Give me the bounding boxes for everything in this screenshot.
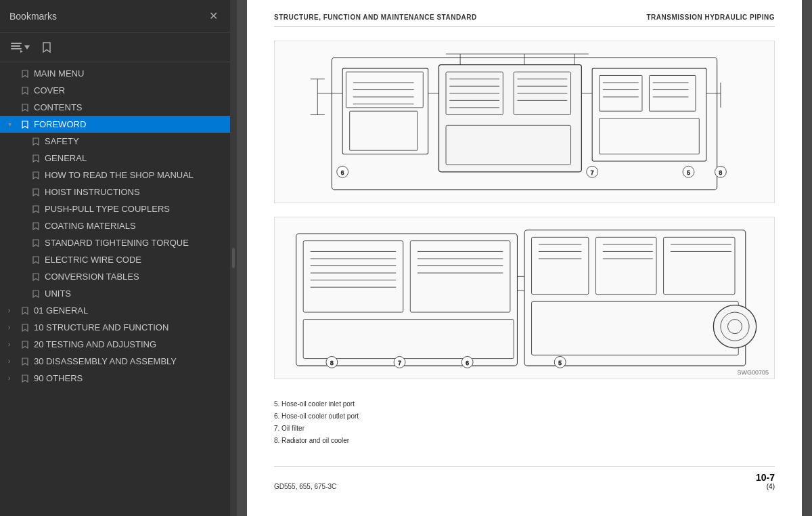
bookmark-icon xyxy=(20,341,30,349)
bookmark-label: GENERAL xyxy=(45,153,225,163)
bookmark-list: MAIN MENUCOVERCONTENTS▾FOREWORDSAFETYGEN… xyxy=(0,62,230,516)
sidebar-header: Bookmarks ✕ xyxy=(0,0,230,33)
caption-line: 6. Hose-oil cooler outlet port xyxy=(274,410,775,423)
footer-page-number: 10-7 (4) xyxy=(756,472,775,490)
bookmark-icon xyxy=(31,171,41,179)
bookmark-label: 10 STRUCTURE AND FUNCTION xyxy=(34,322,225,332)
bookmark-item-push-pull[interactable]: PUSH-PULL TYPE COUPLERS xyxy=(0,200,230,217)
page-viewer: STRUCTURE, FUNCTION AND MAINTENANCE STAN… xyxy=(247,0,802,516)
bookmark-label: 20 TESTING AND ADJUSTING xyxy=(34,339,225,349)
expand-arrow-icon: › xyxy=(8,324,16,331)
bookmark-label: COATING MATERIALS xyxy=(45,221,225,231)
caption-line: 5. Hose-oil cooler inlet port xyxy=(274,398,775,410)
diagram-container: 6 7 5 8 xyxy=(274,41,775,452)
svg-point-61 xyxy=(713,305,756,348)
splitter[interactable] xyxy=(230,0,237,516)
bookmark-item-general[interactable]: GENERAL xyxy=(0,150,230,167)
list-icon xyxy=(11,42,23,53)
bookmark-icon xyxy=(20,374,30,383)
bookmark-icon xyxy=(20,324,30,332)
diagram-code-label: SWG00705 xyxy=(737,369,769,376)
diagram-top: 6 7 5 8 xyxy=(274,41,775,203)
svg-rect-1 xyxy=(11,45,20,47)
page-number-sub: (4) xyxy=(756,483,775,490)
expand-arrow-icon: ▾ xyxy=(8,121,16,128)
svg-marker-4 xyxy=(24,45,30,49)
bookmark-item-01-general[interactable]: ›01 GENERAL xyxy=(0,302,230,319)
bookmark-label: 01 GENERAL xyxy=(34,305,225,316)
bookmark-item-coating[interactable]: COATING MATERIALS xyxy=(0,217,230,234)
sidebar: Bookmarks ✕ MAIN MENUCOVERCONTENTS▾FOREW… xyxy=(0,0,230,516)
captions-area: 5. Hose-oil cooler inlet port6. Hose-oil… xyxy=(274,393,775,452)
bookmark-icon xyxy=(20,307,30,315)
bookmark-icon xyxy=(31,239,41,247)
svg-text:8: 8 xyxy=(330,360,334,366)
chevron-down-icon xyxy=(24,45,30,49)
bookmark-item-20-testing[interactable]: ›20 TESTING AND ADJUSTING xyxy=(0,336,230,353)
splitter-handle xyxy=(232,248,235,268)
bookmark-label: PUSH-PULL TYPE COUPLERS xyxy=(45,204,225,214)
bookmark-item-std-torque[interactable]: STANDARD TIGHTENING TORQUE xyxy=(0,234,230,251)
bookmark-label: 30 DISASSEMBLY AND ASSEMBLY xyxy=(34,356,225,366)
bookmark-label: FOREWORD xyxy=(34,119,225,129)
sidebar-title: Bookmarks xyxy=(9,11,57,22)
bookmark-label: HOIST INSTRUCTIONS xyxy=(45,187,225,197)
diagram-bottom-svg: 8 7 6 5 xyxy=(275,219,774,377)
bookmark-icon xyxy=(20,104,30,112)
bookmark-icon xyxy=(20,121,30,129)
bookmark-item-safety[interactable]: SAFETY xyxy=(0,133,230,150)
svg-rect-64 xyxy=(296,234,518,366)
bookmark-label: CONTENTS xyxy=(34,102,225,112)
bookmark-item-10-structure[interactable]: ›10 STRUCTURE AND FUNCTION xyxy=(0,319,230,336)
bookmark-icon xyxy=(31,222,41,230)
svg-text:6: 6 xyxy=(466,360,469,366)
bookmark-label: ELECTRIC WIRE CODE xyxy=(45,255,225,265)
svg-text:7: 7 xyxy=(591,169,594,176)
bookmark-label: CONVERSION TABLES xyxy=(45,272,225,282)
bookmark-item-90-others[interactable]: ›90 OTHERS xyxy=(0,370,230,387)
bookmark-icon xyxy=(31,137,41,146)
bookmark-icon xyxy=(31,154,41,163)
main-content: STRUCTURE, FUNCTION AND MAINTENANCE STAN… xyxy=(237,0,812,516)
bookmark-label: MAIN MENU xyxy=(34,68,225,79)
bookmark-item-main-menu[interactable]: MAIN MENU xyxy=(0,65,230,82)
svg-rect-0 xyxy=(11,43,22,44)
header-left-text: STRUCTURE, FUNCTION AND MAINTENANCE STAN… xyxy=(274,14,477,21)
bookmark-item-elec-wire[interactable]: ELECTRIC WIRE CODE xyxy=(0,251,230,268)
bookmark-item-contents[interactable]: CONTENTS xyxy=(0,99,230,116)
bookmark-icon-button[interactable] xyxy=(38,39,55,56)
bookmark-item-foreword[interactable]: ▾FOREWORD xyxy=(0,116,230,133)
bookmark-label: HOW TO READ THE SHOP MANUAL xyxy=(45,170,225,180)
bookmark-label: STANDARD TIGHTENING TORQUE xyxy=(45,238,225,248)
page-footer: GD555, 655, 675-3C 10-7 (4) xyxy=(274,466,775,490)
footer-model: GD555, 655, 675-3C xyxy=(274,483,336,490)
bookmark-icon xyxy=(31,290,41,298)
bookmark-icon xyxy=(20,70,30,78)
caption-line: 7. Oil filter xyxy=(274,423,775,435)
list-view-button[interactable] xyxy=(7,39,34,56)
bookmark-item-hoist[interactable]: HOIST INSTRUCTIONS xyxy=(0,184,230,200)
expand-arrow-icon: › xyxy=(8,358,16,365)
bookmark-label: COVER xyxy=(34,85,225,95)
bookmark-icon xyxy=(31,273,41,281)
bookmark-item-cover[interactable]: COVER xyxy=(0,82,230,99)
expand-arrow-icon: › xyxy=(8,374,16,382)
svg-rect-2 xyxy=(11,48,22,49)
svg-marker-3 xyxy=(20,50,23,53)
bookmark-icon xyxy=(31,205,41,213)
svg-text:5: 5 xyxy=(558,360,562,366)
bookmark-label: SAFETY xyxy=(45,136,225,146)
svg-text:6: 6 xyxy=(341,169,344,176)
bookmark-item-how-to-read[interactable]: HOW TO READ THE SHOP MANUAL xyxy=(0,167,230,184)
bookmark-item-units[interactable]: UNITS xyxy=(0,285,230,302)
diagram-bottom: 8 7 6 5 xyxy=(274,217,775,379)
bookmark-item-conversion[interactable]: CONVERSION TABLES xyxy=(0,268,230,285)
caption-line: 8. Radiator and oil cooler xyxy=(274,435,775,447)
diagram-top-svg: 6 7 5 8 xyxy=(275,43,774,200)
close-button[interactable]: ✕ xyxy=(206,9,221,23)
bookmark-item-30-disassembly[interactable]: ›30 DISASSEMBLY AND ASSEMBLY xyxy=(0,353,230,370)
svg-text:7: 7 xyxy=(398,360,401,366)
expand-arrow-icon: › xyxy=(8,341,16,348)
svg-rect-56 xyxy=(524,230,746,366)
bookmark-label: UNITS xyxy=(45,288,225,299)
